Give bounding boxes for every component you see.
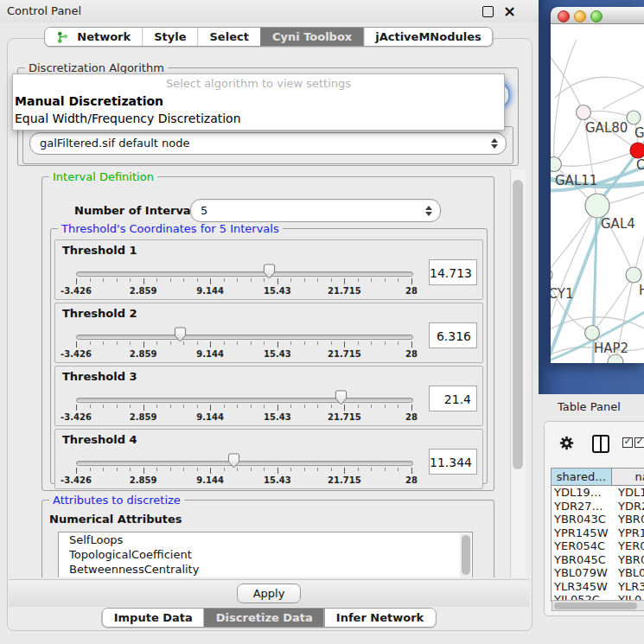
- tab-network[interactable]: Network: [45, 28, 142, 46]
- tab-style[interactable]: Style: [142, 28, 197, 46]
- table-hscrollbar[interactable]: [552, 600, 644, 611]
- tick-mark: [197, 468, 198, 471]
- network-node-gal11[interactable]: [551, 157, 562, 172]
- tab-select[interactable]: Select: [198, 28, 260, 46]
- table-row[interactable]: YPR145WYPR1: [552, 526, 644, 540]
- table-data-combobox[interactable]: galFiltered.sif default node: [29, 132, 507, 155]
- table-row[interactable]: YDR27…YDR2: [552, 500, 644, 513]
- tick-mark: [103, 468, 104, 471]
- bottom-tab-infer-network[interactable]: Infer Network: [324, 609, 435, 627]
- column-header[interactable]: name: [612, 469, 644, 486]
- tick-mark: [76, 405, 77, 411]
- panel-scrollbar[interactable]: [510, 169, 526, 577]
- bottom-tab-discretize-data[interactable]: Discretize Data: [204, 609, 324, 627]
- tick-mark: [156, 278, 157, 282]
- network-canvas[interactable]: GAL80GACGAL11GAL4GCY1HHAP2: [551, 24, 644, 363]
- threshold-label: Threshold 1: [62, 244, 137, 257]
- network-node-hap2[interactable]: [585, 326, 600, 341]
- slider-thumb[interactable]: [263, 264, 276, 283]
- axis-tick-label: 21.715: [328, 286, 361, 296]
- network-node-label: C: [636, 157, 644, 173]
- checkbox-icon[interactable]: [622, 437, 633, 448]
- table-row[interactable]: YLR345WYLR3: [552, 580, 644, 594]
- numerical-attributes-list[interactable]: SelfLoopsTopologicalCoefficientBetweenne…: [58, 532, 473, 577]
- close-traffic-light-icon[interactable]: [558, 10, 570, 22]
- slider-track[interactable]: [76, 461, 413, 466]
- tick-mark: [371, 278, 372, 282]
- axis-labels: -3.4262.8599.14415.4321.71528: [76, 286, 411, 296]
- table-row[interactable]: YER054CYER0: [552, 539, 644, 553]
- float-icon[interactable]: [482, 6, 494, 17]
- columns-icon[interactable]: [592, 435, 609, 453]
- num-intervals-combobox[interactable]: 5: [190, 199, 441, 222]
- threshold-list: Threshold 1-3.4262.8599.14415.4321.71528…: [54, 239, 483, 492]
- table-row[interactable]: YBR045CYBR0: [552, 553, 644, 567]
- algorithm-option-equal-width[interactable]: Equal Width/Frequency Discretization: [13, 110, 504, 127]
- close-icon[interactable]: ×: [503, 0, 516, 22]
- network-window: GAL80GACGAL11GAL4GCY1HHAP2: [551, 7, 644, 363]
- threshold-value-field[interactable]: 21.4: [429, 386, 477, 411]
- tick-mark: [385, 405, 386, 408]
- tab-jactivemnodules[interactable]: jActiveMNodules: [363, 28, 493, 46]
- network-window-titlebar[interactable]: [551, 7, 644, 24]
- slider-thumb[interactable]: [227, 453, 240, 472]
- tick-mark: [344, 341, 345, 348]
- zoom-traffic-light-icon[interactable]: [590, 10, 603, 22]
- algorithm-dropdown-popup: Select algorithm to view settings Manual…: [12, 73, 505, 131]
- network-edge: [554, 40, 577, 164]
- list-scrollbar[interactable]: [460, 533, 471, 577]
- network-node-c[interactable]: [630, 143, 644, 158]
- table-hscrollbar-thumb[interactable]: [554, 603, 637, 609]
- apply-button[interactable]: Apply: [237, 583, 301, 603]
- tick-mark: [385, 278, 386, 282]
- slider-track[interactable]: [76, 271, 413, 277]
- tick-mark: [344, 468, 345, 474]
- slider-thumb[interactable]: [174, 327, 187, 346]
- slider-thumb[interactable]: [335, 390, 348, 409]
- attribute-item[interactable]: BetweennessCentrality: [59, 562, 472, 577]
- table-panel-header: Table Panel: [539, 394, 644, 420]
- threshold-value-field[interactable]: 11.344: [429, 449, 477, 475]
- apply-bar: Apply: [9, 579, 529, 607]
- network-edge: [603, 83, 644, 109]
- bottom-tab-impute-data[interactable]: Impute Data: [103, 609, 204, 627]
- list-scrollbar-thumb[interactable]: [462, 535, 470, 575]
- algorithm-option-manual[interactable]: Manual Discretization: [13, 92, 504, 110]
- panel-scrollbar-thumb[interactable]: [513, 180, 523, 469]
- table-cell: YDL1: [615, 486, 644, 500]
- network-node-h[interactable]: [626, 267, 641, 283]
- num-intervals-value: 5: [201, 200, 207, 221]
- network-node-gal80[interactable]: [577, 105, 591, 120]
- tick-mark: [331, 405, 332, 408]
- axis-tick-label: -3.426: [61, 286, 92, 296]
- network-node-gal4[interactable]: [585, 194, 609, 218]
- tick-mark: [156, 405, 157, 408]
- network-node-gcy1[interactable]: [551, 268, 552, 282]
- threshold-value-field[interactable]: 14.713: [429, 259, 477, 285]
- threshold-label: Threshold 2: [62, 307, 137, 320]
- checkbox-icon[interactable]: [634, 437, 644, 448]
- attribute-item[interactable]: TopologicalCoefficient: [59, 547, 472, 562]
- slider-track[interactable]: [76, 398, 413, 403]
- minimize-traffic-light-icon[interactable]: [574, 10, 586, 22]
- network-graph: GAL80GACGAL11GAL4GCY1HHAP2: [551, 24, 644, 363]
- tab-label: Network: [77, 30, 131, 43]
- threshold-panel-3: Threshold 3-3.4262.8599.14415.4321.71528…: [54, 366, 483, 426]
- tick-mark: [130, 468, 131, 471]
- network-node-ga[interactable]: [627, 111, 641, 124]
- axis-tick-label: -3.426: [61, 475, 92, 485]
- tick-mark: [411, 405, 412, 411]
- slider-track[interactable]: [76, 335, 413, 340]
- attribute-item[interactable]: SelfLoops: [59, 532, 472, 547]
- tick-mark: [197, 278, 198, 282]
- tick-mark: [411, 278, 412, 284]
- gear-icon[interactable]: [559, 436, 574, 450]
- table-row[interactable]: YDL19…YDL1: [552, 486, 644, 500]
- column-header[interactable]: shared…: [552, 469, 612, 486]
- table-row[interactable]: YBR043CYBR0: [552, 513, 644, 526]
- threshold-value-field[interactable]: 6.316: [429, 322, 477, 348]
- table-data-value: galFiltered.sif default node: [40, 133, 190, 154]
- table-row[interactable]: YBL079WYBL0: [552, 566, 644, 580]
- tab-cyni-toolbox[interactable]: Cyni Toolbox: [260, 28, 363, 46]
- interval-definition-title: Interval Definition: [49, 170, 157, 183]
